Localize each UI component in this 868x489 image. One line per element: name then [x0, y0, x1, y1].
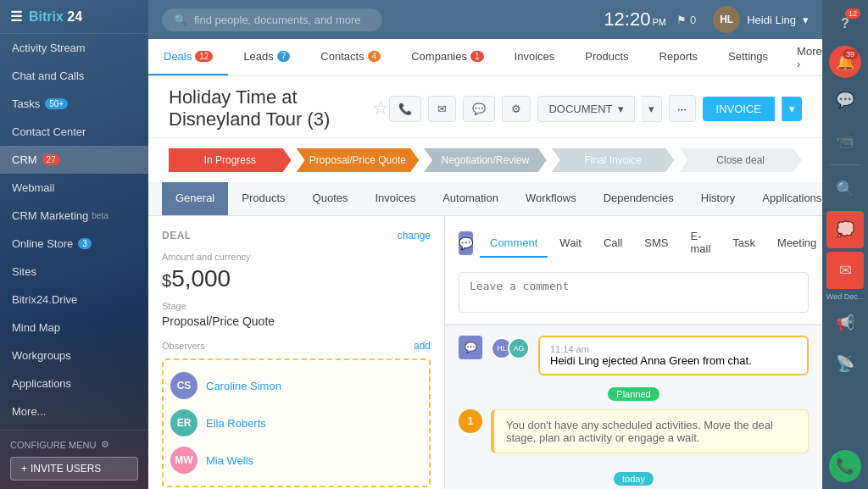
tab-deals[interactable]: Deals 12 [148, 39, 228, 75]
tab-badge: 1 [470, 51, 484, 62]
tab-label: Contacts [320, 50, 364, 63]
search-box[interactable]: 🔍 [162, 8, 382, 31]
sidebar-item-bitrix24-drive[interactable]: Bitrix24.Drive [0, 286, 148, 314]
stage-in-progress[interactable]: In Progress [169, 148, 292, 172]
video-icon: 📹 [836, 131, 854, 150]
sidebar-item-activity-stream[interactable]: Activity Stream [0, 34, 148, 62]
sub-tab-general[interactable]: General [162, 182, 228, 215]
observer-ella[interactable]: ER Ella Roberts [170, 404, 422, 442]
settings-action-button[interactable]: ⚙ [502, 96, 531, 122]
sidebar-item-applications[interactable]: Applications [0, 370, 148, 397]
tab-label: Task [732, 236, 755, 249]
comment-textarea[interactable] [459, 272, 809, 313]
sidebar-item-contact-center[interactable]: Contact Center [0, 118, 148, 146]
tab-products[interactable]: Products [570, 39, 643, 75]
invoice-button[interactable]: INVOICE [703, 97, 775, 121]
email-action-button[interactable]: ✉ [428, 96, 456, 122]
more-icon: ··· [677, 103, 687, 115]
invoice-button-arrow[interactable]: ▾ [782, 97, 802, 121]
megaphone-icon-button[interactable]: 📢 [826, 304, 864, 342]
tab-more[interactable]: More › [783, 39, 822, 75]
observer-caroline[interactable]: CS Caroline Simon [170, 367, 422, 404]
phone-call-button[interactable]: 📞 [829, 450, 861, 482]
chat-action-button[interactable]: 💬 [463, 96, 495, 122]
configure-menu-label: CONFIGURE MENU [10, 440, 96, 450]
sub-tab-invoices[interactable]: Invoices [361, 182, 429, 215]
sidebar-item-mind-map[interactable]: Mind Map [0, 314, 148, 342]
observers-label: Observers [162, 341, 205, 351]
stage-field-label: Stage [162, 301, 431, 311]
broadcast-icon-button[interactable]: 📡 [826, 345, 864, 382]
tab-badge: 12 [195, 51, 213, 62]
add-observer-link[interactable]: add [414, 340, 431, 352]
tab-invoices[interactable]: Invoices [499, 39, 570, 75]
sidebar-item-crm[interactable]: CRM 27 [0, 146, 148, 174]
comment-tab-meeting[interactable]: Meeting [767, 230, 822, 258]
star-icon[interactable]: ☆ [372, 97, 389, 119]
clock: 12:20 PM [604, 8, 666, 31]
deal-section-title: DEAL [162, 230, 192, 242]
tab-reports[interactable]: Reports [644, 39, 714, 75]
comment-tab-comment[interactable]: Comment [480, 230, 548, 258]
comment-tab-task[interactable]: Task [722, 230, 765, 258]
stage-close-deal[interactable]: Close deal [679, 148, 802, 172]
notifications-icon-button[interactable]: 🔔 39 [829, 46, 861, 78]
scheduled-text: You don't have any scheduled activities.… [506, 419, 773, 444]
sub-tab-quotes[interactable]: Quotes [299, 182, 362, 215]
sub-tab-applications[interactable]: Applications [748, 182, 822, 215]
hamburger-menu[interactable]: ☰ [10, 8, 22, 25]
sub-tab-workflows[interactable]: Workflows [512, 182, 590, 215]
sub-tab-bar: General Products Quotes Invoices Automat… [148, 182, 822, 216]
sidebar-item-crm-marketing[interactable]: CRM Marketing beta [0, 202, 148, 230]
sub-tab-automation[interactable]: Automation [429, 182, 512, 215]
user-name: Heidi Ling [747, 14, 796, 26]
search-input[interactable] [194, 14, 364, 26]
help-icon-button[interactable]: ? 12 [826, 5, 864, 42]
change-link[interactable]: change [398, 230, 431, 242]
chat-icon-button[interactable]: 💬 [826, 81, 864, 119]
comment-tab-call[interactable]: Call [593, 230, 632, 258]
header-user[interactable]: HL Heidi Ling ▾ [713, 6, 809, 33]
tab-companies[interactable]: Companies 1 [396, 39, 498, 75]
comment-tab-email[interactable]: E-mail [680, 223, 721, 264]
sub-tab-dependencies[interactable]: Dependencies [590, 182, 687, 215]
document-button-arrow[interactable]: ▾ [642, 96, 662, 122]
mail-icon-button[interactable]: ✉ [826, 252, 864, 289]
observer-mia[interactable]: MW Mia Wells [170, 442, 422, 479]
broadcast-icon: 📡 [836, 354, 854, 373]
video-icon-button[interactable]: 📹 [826, 122, 864, 159]
deal-actions: 📞 ✉ 💬 ⚙ DOCUMENT ▾ ▾ [389, 95, 802, 122]
sub-tab-products[interactable]: Products [228, 182, 298, 215]
sidebar-item-label: Tasks [12, 97, 40, 110]
sidebar-item-label: Mind Map [12, 321, 60, 334]
stage-final-invoice[interactable]: Final Invoice [552, 148, 675, 172]
invite-users-button[interactable]: + INVITE USERS [10, 457, 138, 481]
sidebar-item-workgroups[interactable]: Workgroups [0, 342, 148, 370]
sidebar-item-chat-calls[interactable]: Chat and Calls [0, 62, 148, 90]
scheduled-icon: 1 [459, 409, 482, 433]
comment-tab-sms[interactable]: SMS [634, 230, 678, 258]
comment-tab-wait[interactable]: Wait [549, 230, 592, 258]
chat2-icon-button[interactable]: 💭 [826, 211, 864, 248]
sidebar-item-webmail[interactable]: Webmail [0, 174, 148, 202]
sidebar-item-sites[interactable]: Sites [0, 258, 148, 286]
sidebar-item-more[interactable]: More... [0, 397, 148, 425]
configure-menu[interactable]: CONFIGURE MENU ⚙ [10, 439, 138, 450]
sidebar-item-online-store[interactable]: Online Store 3 [0, 230, 148, 258]
tab-leads[interactable]: Leads 7 [228, 39, 305, 75]
deal-header: Holiday Time at Disneyland Tour (3) ☆ 📞 … [148, 76, 822, 138]
stage-negotiation[interactable]: Negotiation/Review [424, 148, 547, 172]
sidebar-item-tasks[interactable]: Tasks 50+ [0, 90, 148, 118]
phone-action-button[interactable]: 📞 [389, 96, 421, 122]
stage-proposal[interactable]: Proposal/Price Quote [297, 148, 420, 172]
help-badge: 12 [845, 8, 860, 19]
separator [830, 164, 860, 165]
search-icon-button[interactable]: 🔍 [826, 170, 864, 208]
sub-tab-history[interactable]: History [687, 182, 748, 215]
tab-contacts[interactable]: Contacts 4 [305, 39, 396, 75]
tab-settings[interactable]: Settings [713, 39, 783, 75]
more-action-button[interactable]: ··· [669, 95, 696, 122]
deal-info-section: DEAL change Amount and currency $5,000 S… [148, 216, 444, 489]
observer-name-mia: Mia Wells [206, 454, 253, 467]
document-button[interactable]: DOCUMENT ▾ [537, 96, 634, 122]
